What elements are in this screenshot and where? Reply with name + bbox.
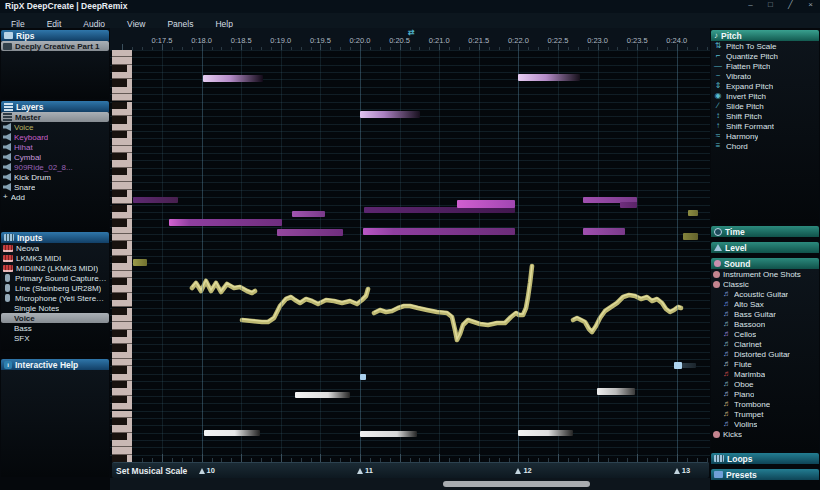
sound-item-trombone[interactable]: ♬Trombone <box>711 399 819 409</box>
pitch-panel-header[interactable]: ♪ Pitch <box>711 30 819 41</box>
sound-item-alto-sax[interactable]: ♬Alto Sax <box>711 299 819 309</box>
white-key[interactable] <box>112 447 132 454</box>
pitch-tool-flatten-pitch[interactable]: —Flatten Pitch <box>711 61 819 71</box>
black-key[interactable] <box>112 256 132 263</box>
sound-item-trumpet[interactable]: ♬Trumpet <box>711 409 819 419</box>
pitch-canvas[interactable] <box>110 50 710 462</box>
black-key[interactable] <box>112 102 132 109</box>
note-bar[interactable] <box>295 392 350 398</box>
white-key[interactable] <box>112 249 132 256</box>
sound-item-classic[interactable]: Classic <box>711 279 819 289</box>
pitch-tool-slide-pitch[interactable]: ∕Slide Pitch <box>711 101 819 111</box>
white-key[interactable] <box>112 94 132 101</box>
sound-item-violins[interactable]: ♬Violins <box>711 419 819 429</box>
note-bar[interactable] <box>204 430 260 436</box>
pitch-tool-chord[interactable]: ≡Chord <box>711 141 819 151</box>
black-key[interactable] <box>112 308 132 315</box>
pitch-tool-harmony[interactable]: ≈Harmony <box>711 131 819 141</box>
white-key[interactable] <box>112 175 132 182</box>
note-bar[interactable] <box>360 374 366 380</box>
white-key[interactable] <box>112 271 132 278</box>
white-key[interactable] <box>112 352 132 359</box>
layer-item-909ride-02-8-[interactable]: 909Ride_02_8... <box>1 162 109 172</box>
measure-marker-13[interactable]: 13 <box>674 466 690 475</box>
white-key[interactable] <box>112 146 132 153</box>
black-key[interactable] <box>112 344 132 351</box>
white-key[interactable] <box>112 300 132 307</box>
loops-panel-header[interactable]: Loops <box>711 453 819 464</box>
sound-item-marimba[interactable]: ♬Marimba <box>711 369 819 379</box>
white-key[interactable] <box>112 197 132 204</box>
white-key[interactable] <box>112 374 132 381</box>
sound-item-clarinet[interactable]: ♬Clarinet <box>711 339 819 349</box>
black-key[interactable] <box>112 190 132 197</box>
input-item[interactable]: MIDIIN2 (LKMK3 MIDI) <box>1 263 109 273</box>
sound-panel-header[interactable]: Sound <box>711 258 819 269</box>
layer-item-keyboard[interactable]: Keyboard <box>1 132 109 142</box>
level-panel-header[interactable]: Level <box>711 242 819 253</box>
white-key[interactable] <box>112 160 132 167</box>
resize-button[interactable]: ╱ <box>785 0 796 9</box>
pitch-tool-invert-pitch[interactable]: ◉Invert Pitch <box>711 91 819 101</box>
white-key[interactable] <box>112 403 132 410</box>
sound-item-flute[interactable]: ♬Flute <box>711 359 819 369</box>
white-key[interactable] <box>112 388 132 395</box>
time-panel-header[interactable]: Time <box>711 226 819 237</box>
sound-item-instrument-one-shots[interactable]: Instrument One Shots <box>711 269 819 279</box>
black-key[interactable] <box>112 455 132 462</box>
note-bar[interactable] <box>518 430 573 436</box>
measure-marker-10[interactable]: 10 <box>199 466 215 475</box>
layer-item-kick-drum[interactable]: Kick Drum <box>1 172 109 182</box>
sound-item-cellos[interactable]: ♬Cellos <box>711 329 819 339</box>
layer-item-voice[interactable]: Voice <box>1 122 109 132</box>
sound-item-kicks[interactable]: Kicks <box>711 429 819 439</box>
inputs-panel-header[interactable]: Inputs <box>1 232 109 243</box>
note-bar[interactable] <box>688 210 698 216</box>
note-bar[interactable] <box>620 202 637 208</box>
white-key[interactable] <box>112 182 132 189</box>
black-key[interactable] <box>112 396 132 403</box>
black-key[interactable] <box>112 131 132 138</box>
sound-item-piano[interactable]: ♬Piano <box>711 389 819 399</box>
white-key[interactable] <box>112 138 132 145</box>
black-key[interactable] <box>112 205 132 212</box>
input-item[interactable]: Line (Steinberg UR28M) <box>1 283 109 293</box>
white-key[interactable] <box>112 109 132 116</box>
note-bar[interactable] <box>597 388 635 395</box>
white-key[interactable] <box>112 322 132 329</box>
white-key[interactable] <box>112 234 132 241</box>
note-bar[interactable] <box>683 233 698 240</box>
help-panel-header[interactable]: Interactive Help <box>1 359 109 370</box>
white-key[interactable] <box>112 411 132 418</box>
input-item[interactable]: SFX <box>1 333 109 343</box>
black-key[interactable] <box>112 278 132 285</box>
input-item[interactable]: Primary Sound Capture Dr... <box>1 273 109 283</box>
input-item[interactable]: Single Notes <box>1 303 109 313</box>
note-bar[interactable] <box>133 259 147 266</box>
white-key[interactable] <box>112 124 132 131</box>
pitch-tool-shift-formant[interactable]: ↑Shift Formant <box>711 121 819 131</box>
sound-item-oboe[interactable]: ♬Oboe <box>711 379 819 389</box>
black-key[interactable] <box>112 381 132 388</box>
black-key[interactable] <box>112 241 132 248</box>
note-bar[interactable] <box>583 228 625 235</box>
measure-marker-12[interactable]: 12 <box>515 466 531 475</box>
layer-item-snare[interactable]: Snare <box>1 182 109 192</box>
white-key[interactable] <box>112 263 132 270</box>
horizontal-scrollbar[interactable] <box>443 481 590 487</box>
white-key[interactable] <box>112 57 132 64</box>
white-key[interactable] <box>112 212 132 219</box>
white-key[interactable] <box>112 285 132 292</box>
black-key[interactable] <box>112 153 132 160</box>
note-bar[interactable] <box>169 219 282 226</box>
pitch-tool-pitch-to-scale[interactable]: ⇅Pitch To Scale <box>711 41 819 51</box>
sound-item-acoustic-guitar[interactable]: ♬Acoustic Guitar <box>711 289 819 299</box>
white-key[interactable] <box>112 359 132 366</box>
presets-panel-header[interactable]: Presets <box>711 469 819 480</box>
note-bar[interactable] <box>674 362 682 369</box>
white-key[interactable] <box>112 227 132 234</box>
set-musical-scale-label[interactable]: Set Musical Scale <box>116 466 187 476</box>
black-key[interactable] <box>112 366 132 373</box>
timeline-ruler[interactable]: 0:17.50:18.00:18.50:19.00:19.50:20.00:20… <box>110 28 710 50</box>
rip-item[interactable]: Deeply Creative Part 1 <box>1 41 109 51</box>
